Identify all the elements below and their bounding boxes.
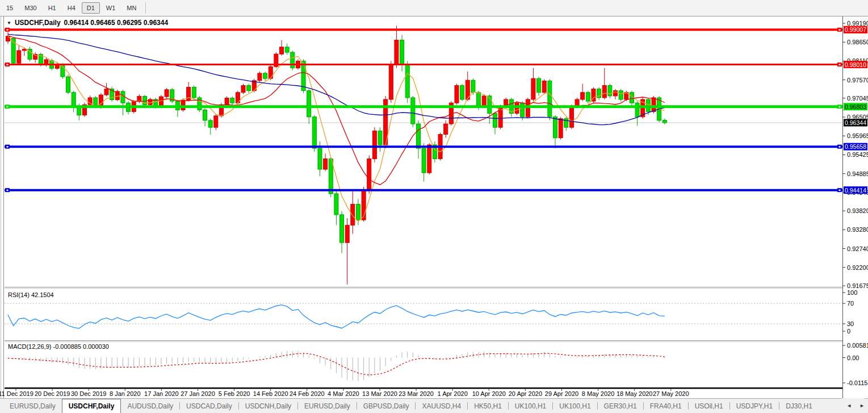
chart-ohlc-values: 0.96414 0.96465 0.96295 0.96344 — [64, 19, 169, 27]
tab-usdcad-daily[interactable]: USDCAD,Daily — [180, 399, 238, 413]
chart-background — [0, 16, 868, 413]
timeframe-button-h4[interactable]: H4 — [62, 2, 81, 14]
tab-scroll-nav: ◄ ► — [842, 398, 865, 413]
tab-eurusd-daily[interactable]: EURUSD,Daily — [3, 399, 62, 413]
tab-xauusd-h4[interactable]: XAUUSD,H4 — [416, 399, 467, 413]
svg-text:11 Dec 2019: 11 Dec 2019 — [0, 390, 33, 397]
timeframe-button-15[interactable]: 15 — [1, 2, 18, 14]
svg-text:0.94414: 0.94414 — [845, 187, 866, 194]
tab-uk100-h1[interactable]: UK100,H1 — [509, 399, 552, 413]
timeframe-button-mn[interactable]: MN — [121, 2, 141, 14]
svg-text:0.96803: 0.96803 — [845, 103, 866, 110]
svg-text:30: 30 — [847, 320, 854, 327]
svg-text:0.95658: 0.95658 — [845, 143, 866, 150]
tab-usoil-h1[interactable]: USOil,H1 — [689, 399, 729, 413]
svg-text:24 Feb 2020: 24 Feb 2020 — [290, 390, 325, 397]
chart-symbol-label: USDCHF,Daily — [15, 19, 61, 27]
svg-text:0.97045: 0.97045 — [847, 95, 868, 102]
svg-text:27 May 2020: 27 May 2020 — [653, 390, 689, 397]
svg-text:0.98650: 0.98650 — [847, 39, 868, 45]
tab-dj30-h1[interactable]: DJ30,H1 — [779, 399, 819, 413]
svg-text:0.92200: 0.92200 — [847, 264, 868, 271]
svg-text:0.95425: 0.95425 — [847, 151, 868, 158]
svg-text:0.91675: 0.91675 — [847, 282, 868, 289]
svg-text:0.94885: 0.94885 — [847, 170, 868, 177]
toolbar-separator — [145, 2, 146, 14]
trading-platform-window: 15M30H1H4D1W1MN 0.991900.986500.981100.9… — [0, 0, 868, 413]
svg-text:0.99190: 0.99190 — [847, 20, 868, 27]
svg-text:100: 100 — [847, 289, 857, 296]
svg-text:0.96344: 0.96344 — [845, 119, 866, 126]
svg-text:23 Mar 2020: 23 Mar 2020 — [399, 390, 434, 397]
svg-text:-0.01151: -0.01151 — [847, 379, 868, 386]
tab-usdchf-daily[interactable]: USDCHF,Daily — [62, 399, 121, 413]
tab-usdjpy-h1[interactable]: USDJPY,H1 — [730, 399, 779, 413]
chart-symbol-header: ▼ USDCHF,Daily 0.96414 0.96465 0.96295 0… — [7, 19, 168, 27]
svg-text:13 Mar 2020: 13 Mar 2020 — [362, 390, 397, 397]
tab-ger30-h1[interactable]: GER30,H1 — [598, 399, 643, 413]
timeframe-button-h1[interactable]: H1 — [43, 2, 61, 14]
tab-gbpusd-daily[interactable]: GBPUSD,Daily — [357, 399, 416, 413]
svg-text:0.99007: 0.99007 — [845, 26, 866, 33]
timeframe-button-m30[interactable]: M30 — [19, 2, 41, 14]
svg-text:4 Mar 2020: 4 Mar 2020 — [328, 390, 359, 397]
svg-text:20 Apr 2020: 20 Apr 2020 — [509, 390, 542, 397]
svg-text:17 Jan 2020: 17 Jan 2020 — [144, 390, 179, 397]
svg-text:0.00: 0.00 — [847, 354, 859, 361]
svg-text:0.98010: 0.98010 — [845, 61, 866, 68]
svg-text:5 Feb 2020: 5 Feb 2020 — [219, 390, 250, 397]
tab-fra40-h1[interactable]: FRA40,H1 — [644, 399, 688, 413]
svg-text:8 May 2020: 8 May 2020 — [582, 390, 614, 397]
timeframe-button-w1[interactable]: W1 — [101, 2, 121, 14]
svg-text:8 Jan 2020: 8 Jan 2020 — [110, 390, 140, 397]
svg-text:1 Apr 2020: 1 Apr 2020 — [438, 390, 468, 397]
tab-scroll-left-icon[interactable]: ◄ — [846, 403, 852, 408]
svg-text:20 Dec 2019: 20 Dec 2019 — [35, 390, 70, 397]
svg-text:0.97570: 0.97570 — [847, 77, 868, 84]
tab-usdcnh-daily[interactable]: USDCNH,Daily — [239, 399, 297, 413]
svg-text:0.93280: 0.93280 — [847, 226, 868, 233]
bid-price-badge: 0.96344 — [844, 119, 867, 126]
timeframe-toolbar: 15M30H1H4D1W1MN — [0, 0, 868, 16]
chart-canvas[interactable]: 0.991900.986500.981100.975700.970450.965… — [0, 16, 868, 413]
tab-uk100-h1[interactable]: UK100,H1 — [553, 399, 597, 413]
timeframe-button-d1[interactable]: D1 — [82, 2, 100, 14]
tab-audusd-daily[interactable]: AUDUSD,Daily — [121, 399, 179, 413]
svg-text:27 Jan 2020: 27 Jan 2020 — [181, 390, 215, 397]
svg-text:29 Apr 2020: 29 Apr 2020 — [545, 390, 578, 397]
rsi-indicator-label: RSI(14) 42.1504 — [8, 291, 54, 298]
svg-text:30 Dec 2019: 30 Dec 2019 — [71, 390, 106, 397]
date-axis: 11 Dec 201920 Dec 201930 Dec 20198 Jan 2… — [0, 389, 689, 398]
svg-text:14 Feb 2020: 14 Feb 2020 — [253, 390, 288, 397]
svg-text:0.95965: 0.95965 — [847, 132, 868, 139]
svg-text:0: 0 — [847, 328, 850, 335]
svg-text:0.93820: 0.93820 — [847, 207, 868, 214]
chart-tab-bar: EURUSD,DailyUSDCHF,DailyAUDUSD,DailyUSDC… — [0, 398, 868, 413]
price-axis: 0.991900.986500.981100.975700.970450.965… — [842, 16, 868, 398]
tab-hk50-h1[interactable]: HK50,H1 — [468, 399, 508, 413]
tab-scroll-right-icon[interactable]: ► — [859, 403, 865, 408]
svg-text:70: 70 — [847, 300, 854, 307]
svg-text:0.005818: 0.005818 — [847, 342, 868, 349]
macd-indicator-label: MACD(12,26,9) -0.000885 0.000030 — [8, 343, 109, 350]
svg-text:10 Apr 2020: 10 Apr 2020 — [472, 390, 506, 397]
svg-text:18 May 2020: 18 May 2020 — [617, 390, 653, 397]
tab-eurusd-daily[interactable]: EURUSD,Daily — [298, 399, 357, 413]
svg-text:0.92740: 0.92740 — [847, 245, 868, 252]
chart-dropdown-icon[interactable]: ▼ — [7, 20, 11, 26]
